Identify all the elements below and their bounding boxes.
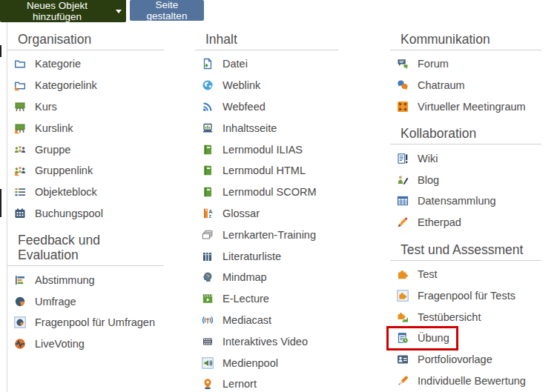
- section-feedback-und-evaluation: Feedback und EvaluationAbstimmungUmfrage…: [7, 225, 164, 356]
- menu-item-label: Kurs: [35, 101, 57, 113]
- forum-icon: [397, 58, 409, 70]
- menu-item-fragenpool-fuer-umfragen[interactable]: Fragenpool für Umfragen: [7, 312, 164, 333]
- menu-item-label: Datei: [223, 58, 248, 70]
- menu-item-wiki[interactable]: Wiki: [390, 147, 541, 169]
- menu-item-label: Individuelle Bewertung: [418, 375, 526, 387]
- mindmap-icon: [202, 271, 214, 283]
- menu-item-label: Webfeed: [223, 101, 266, 113]
- menu-item-mindmap[interactable]: Mindmap: [195, 267, 338, 288]
- page-edge-artifact: [0, 45, 1, 57]
- menu-item-portfoliovorlage[interactable]: Portfoliovorlage: [390, 349, 541, 371]
- add-object-dropdown: OrganisationKategorieKategorielinkKursKu…: [7, 22, 557, 392]
- menu-item-label: Blog: [418, 174, 439, 186]
- menu-item-glossar[interactable]: AzGlossar: [195, 203, 338, 225]
- menu-item-label: Lernort: [223, 378, 257, 390]
- menu-item-label: Gruppe: [35, 144, 70, 156]
- menu-item-blog[interactable]: Blog: [390, 169, 541, 190]
- mediacast-icon: [202, 314, 214, 326]
- menu-item-label: Glossar: [223, 207, 260, 219]
- menu-item-lernmodul-ilias[interactable]: Lernmodul ILIAS: [195, 139, 338, 160]
- menu-item-test[interactable]: Test: [390, 264, 541, 285]
- menu-item-weblink[interactable]: Weblink: [195, 75, 338, 96]
- menu-item-individuelle-bewertung[interactable]: Individuelle Bewertung: [390, 371, 541, 392]
- folder-link-icon: [14, 79, 26, 91]
- menu-item-abstimmung[interactable]: Abstimmung: [7, 269, 164, 290]
- menu-item-inhaltsseite[interactable]: Inhaltsseite: [195, 117, 338, 139]
- section-title: Test und Assessment: [390, 235, 541, 261]
- menu-item-medienpool[interactable]: Medienpool: [195, 352, 338, 373]
- menu-item-label: Inhaltsseite: [223, 122, 277, 134]
- section-title: Kommunikation: [390, 22, 541, 50]
- menu-item-kurs[interactable]: Kurs: [7, 96, 164, 118]
- section-kommunikation: KommunikationForumChatraumVirtueller Mee…: [390, 22, 541, 119]
- menu-item-label: Datensammlung: [418, 195, 496, 207]
- mediapool-icon: [202, 357, 214, 369]
- menu-item-mediacast[interactable]: Mediacast: [195, 310, 338, 331]
- menu-column-3: KommunikationForumChatraumVirtueller Mee…: [390, 22, 541, 392]
- meeting-room-icon: [397, 101, 409, 113]
- menu-item-label: Chatraum: [418, 79, 465, 91]
- menu-item-umfrage[interactable]: Umfrage: [7, 290, 164, 312]
- section-title: Feedback und Evaluation: [7, 225, 164, 266]
- menu-item-interaktives-video[interactable]: Interaktives Video: [195, 330, 338, 352]
- menu-item-lernkarten-training[interactable]: Lernkarten-Training: [195, 224, 338, 245]
- bibliography-icon: [202, 250, 214, 262]
- menu-item-lernmodul-scorm[interactable]: Lernmodul SCORM: [195, 182, 338, 203]
- individual-assessment-icon: [397, 375, 409, 387]
- menu-item-kategorielink[interactable]: Kategorielink: [7, 75, 164, 96]
- menu-item-buchungspool[interactable]: Buchungspool: [7, 203, 164, 225]
- menu-item-lernort[interactable]: Lernort: [195, 373, 338, 392]
- menu-item-label: Weblink: [223, 79, 260, 91]
- menu-item-datei[interactable]: Datei: [195, 53, 338, 75]
- menu-item-label: Gruppenlink: [35, 165, 93, 176]
- menu-item-label: Lernmodul HTML: [223, 165, 306, 176]
- menu-item-e-lecture[interactable]: E-Lecture: [195, 288, 338, 310]
- e-lecture-icon: [202, 293, 214, 305]
- exercise-icon: [397, 332, 409, 344]
- menu-item-forum[interactable]: Forum: [390, 53, 541, 75]
- design-page-button[interactable]: Seite gestalten: [130, 0, 204, 21]
- learning-location-icon: [202, 378, 214, 390]
- menu-item-chatraum[interactable]: Chatraum: [390, 75, 541, 96]
- menu-item-label: Kategorielink: [35, 79, 97, 91]
- group-link-icon: [14, 165, 26, 176]
- menu-item-literaturliste[interactable]: Literaturliste: [195, 245, 338, 267]
- menu-item-uebung[interactable]: Übung: [390, 328, 541, 349]
- section-inhalt: InhaltDateiWeblinkWebfeedInhaltsseiteLer…: [195, 22, 338, 392]
- section-title: Kollaboration: [390, 119, 541, 144]
- menu-item-objekteblock[interactable]: Objekteblock: [7, 182, 164, 203]
- folder-icon: [14, 58, 26, 70]
- section-items: WikiBlogDatensammlungEtherpad: [390, 144, 541, 234]
- etherpad-icon: [397, 216, 409, 228]
- menu-item-label: Objekteblock: [35, 186, 97, 198]
- menu-item-label: Medienpool: [223, 357, 278, 369]
- blog-icon: [397, 174, 409, 186]
- add-object-button[interactable]: Neues Objekt hinzufügen: [0, 0, 126, 22]
- menu-item-webfeed[interactable]: Webfeed: [195, 96, 338, 118]
- menu-item-livevoting[interactable]: LiveVoting: [7, 333, 164, 355]
- menu-item-testuebersicht[interactable]: Testübersicht: [390, 306, 541, 328]
- menu-item-label: Forum: [418, 58, 449, 70]
- menu-item-kurslink[interactable]: Kurslink: [7, 117, 164, 139]
- menu-item-gruppe[interactable]: Gruppe: [7, 139, 164, 160]
- menu-item-gruppenlink[interactable]: Gruppenlink: [7, 160, 164, 182]
- menu-item-label: Kurslink: [35, 122, 73, 134]
- survey-pool-icon: [14, 316, 26, 328]
- menu-item-virtueller-meetingraum[interactable]: Virtueller Meetingraum: [390, 96, 541, 118]
- menu-item-label: E-Lecture: [223, 293, 269, 305]
- menu-item-label: Mediacast: [223, 314, 271, 326]
- menu-item-kategorie[interactable]: Kategorie: [7, 53, 164, 75]
- menu-item-datensammlung[interactable]: Datensammlung: [390, 190, 541, 212]
- test-pool-icon: [397, 290, 409, 302]
- menu-column-2: InhaltDateiWeblinkWebfeedInhaltsseiteLer…: [195, 22, 338, 392]
- bookingpool-icon: [14, 207, 26, 219]
- menu-item-label: Virtueller Meetingraum: [418, 101, 526, 113]
- section-test-und-assessment: Test und AssessmentTestFragenpool für Te…: [390, 235, 541, 392]
- menu-item-lernmodul-html[interactable]: Lernmodul HTML: [195, 160, 338, 182]
- section-items: ForumChatraumVirtueller Meetingraum: [390, 50, 541, 119]
- menu-item-etherpad[interactable]: Etherpad: [390, 212, 541, 233]
- menu-item-label: Literaturliste: [223, 250, 281, 262]
- menu-item-fragenpool-fuer-tests[interactable]: Fragenpool für Tests: [390, 285, 541, 306]
- menu-item-label: Buchungspool: [35, 207, 103, 219]
- test-overview-icon: [397, 311, 409, 323]
